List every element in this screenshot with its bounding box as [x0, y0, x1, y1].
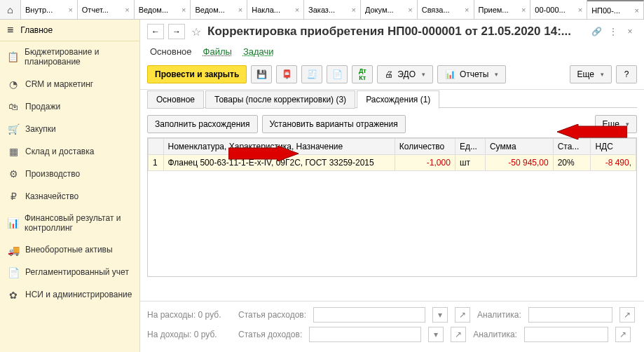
select-icon[interactable]: ▾	[432, 307, 448, 323]
close-icon[interactable]: ×	[181, 6, 186, 14]
select-icon[interactable]: ▾	[428, 327, 444, 342]
app-tab[interactable]: Внутр...×	[21, 0, 78, 19]
app-tab[interactable]: Накла...×	[247, 0, 304, 19]
app-tab[interactable]: Ведом...×	[135, 0, 191, 19]
link-icon[interactable]: 🔗	[589, 25, 603, 39]
income-label: На доходы: 0 руб.	[147, 330, 231, 339]
close-icon[interactable]: ×	[408, 6, 412, 14]
close-icon[interactable]: ×	[623, 25, 637, 39]
close-icon[interactable]: ×	[125, 6, 129, 14]
forward-button[interactable]: →	[168, 24, 185, 39]
post-button[interactable]: 📮	[276, 65, 297, 83]
article-inc-input[interactable]	[309, 327, 421, 342]
back-button[interactable]: ←	[147, 24, 164, 39]
app-tab-active[interactable]: НП00-...×	[587, 0, 644, 19]
inner-tab-goods[interactable]: Товары (после корректировки) (3)	[205, 90, 355, 109]
post-and-close-button[interactable]: Провести и закрыть	[147, 65, 247, 83]
sidebar-item-treasury[interactable]: ₽Казначейство	[0, 185, 139, 208]
table-row[interactable]: 1 Фланец 500-63-11-1-E-х-IV, 09Г2С, ГОСТ…	[149, 155, 636, 171]
truck-icon: 🚚	[7, 245, 20, 256]
app-tab[interactable]: Докум...×	[361, 0, 418, 19]
open-icon[interactable]: ↗	[615, 327, 631, 342]
sidebar-label: Регламентированный учет	[25, 267, 129, 277]
sidebar: ≡ Главное 📋Бюджетирование и планирование…	[0, 20, 140, 352]
toolbar: Провести и закрыть 💾 📮 🧾 📄 ДтКт 🖨ЭДО 📊От…	[140, 62, 644, 90]
article-exp-input[interactable]	[313, 307, 425, 323]
app-tab[interactable]: 00-000...×	[530, 0, 587, 19]
subnav-main[interactable]: Основное	[150, 46, 192, 57]
close-icon[interactable]: ×	[351, 6, 355, 14]
sidebar-item-accounting[interactable]: 📄Регламентированный учет	[0, 262, 139, 284]
sidebar-label: Закупки	[25, 124, 56, 134]
reports-button[interactable]: 📊Отчеты	[437, 65, 506, 83]
print-button[interactable]: 📄	[327, 65, 348, 83]
sidebar-label: Склад и доставка	[25, 147, 94, 156]
star-icon[interactable]: ☆	[189, 25, 203, 39]
col-vat[interactable]: НДС	[591, 139, 636, 155]
cell-rate: 20%	[553, 155, 591, 171]
help-button[interactable]: ?	[616, 65, 637, 83]
more-icon[interactable]: ⋮	[606, 25, 620, 39]
home-tab[interactable]: ⌂	[0, 0, 21, 19]
sidebar-item-sales[interactable]: 🛍Продажи	[0, 95, 139, 118]
based-on-button[interactable]: 🧾	[301, 65, 322, 83]
col-sum[interactable]: Сумма	[485, 139, 553, 155]
sidebar-item-finance[interactable]: 📊Финансовый результат и контроллинг	[0, 208, 139, 239]
sidebar-item-purchases[interactable]: 🛒Закупки	[0, 118, 139, 140]
sidebar-item-main[interactable]: ≡ Главное	[0, 20, 139, 41]
article-exp-label: Статья расходов:	[238, 310, 306, 320]
analytics-label: Аналитика:	[477, 310, 521, 320]
subnav-tasks[interactable]: Задачи	[243, 46, 274, 57]
sidebar-item-warehouse[interactable]: ▦Склад и доставка	[0, 140, 139, 163]
open-icon[interactable]: ↗	[455, 307, 470, 323]
open-icon[interactable]: ↗	[451, 327, 466, 342]
open-icon[interactable]: ↗	[619, 307, 635, 323]
edo-button[interactable]: 🖨ЭДО	[377, 65, 433, 83]
expense-label: На расходы: 0 руб.	[147, 310, 231, 320]
analytics-input[interactable]	[524, 327, 608, 342]
close-icon[interactable]: ×	[295, 6, 299, 14]
sidebar-item-crm[interactable]: ◔CRM и маркетинг	[0, 73, 139, 95]
sidebar-item-nsi[interactable]: ✿НСИ и администрирование	[0, 284, 139, 306]
col-unit[interactable]: Ед...	[455, 139, 485, 155]
analytics-input[interactable]	[528, 307, 612, 323]
footer: На расходы: 0 руб. Статья расходов: ▾ ↗ …	[140, 301, 644, 352]
app-tab[interactable]: Отчет...×	[78, 0, 135, 19]
close-icon[interactable]: ×	[521, 6, 526, 14]
app-tab[interactable]: Ведом...×	[191, 0, 247, 19]
col-rate[interactable]: Ста...	[553, 139, 591, 155]
close-icon[interactable]: ×	[465, 6, 469, 14]
sidebar-item-production[interactable]: ⚙Производство	[0, 163, 139, 185]
close-icon[interactable]: ×	[578, 6, 582, 14]
sidebar-item-budgeting[interactable]: 📋Бюджетирование и планирование	[0, 41, 139, 73]
close-icon[interactable]: ×	[68, 6, 72, 14]
dtkt-button[interactable]: ДтКт	[352, 65, 373, 83]
menu-icon: ≡	[7, 24, 13, 36]
col-qty[interactable]: Количество	[395, 139, 455, 155]
inner-tab-main[interactable]: Основное	[147, 90, 204, 109]
app-tab[interactable]: Заказ...×	[304, 0, 361, 19]
col-name[interactable]: Номенклатура, Характеристика, Назначение	[163, 139, 395, 155]
tab-label: Отчет...	[82, 6, 109, 14]
app-tab[interactable]: Прием...×	[474, 0, 531, 19]
doc-tree-icon: 🧾	[307, 69, 317, 79]
subnav: Основное Файлы Задачи	[140, 43, 644, 62]
app-tab[interactable]: Связа...×	[418, 0, 474, 19]
list-icon: 📄	[332, 69, 343, 79]
set-variants-button[interactable]: Установить варианты отражения	[262, 115, 406, 133]
content-more-button[interactable]: Еще	[595, 115, 637, 133]
inner-tab-diff[interactable]: Расхождения (1)	[357, 90, 439, 109]
tab-label: Накла...	[252, 6, 280, 14]
col-num[interactable]	[149, 139, 164, 155]
close-icon[interactable]: ×	[635, 6, 639, 15]
piechart-icon: ◔	[7, 79, 20, 90]
close-icon[interactable]: ×	[238, 6, 242, 14]
fill-diff-button[interactable]: Заполнить расхождения	[147, 115, 258, 133]
sidebar-item-assets[interactable]: 🚚Внеоборотные активы	[0, 239, 139, 262]
save-button[interactable]: 💾	[251, 65, 272, 83]
more-button[interactable]: Еще	[570, 65, 612, 83]
post-icon: 📮	[282, 69, 292, 79]
tab-label: Ведом...	[195, 6, 224, 14]
subnav-files[interactable]: Файлы	[203, 46, 232, 57]
grid-icon: ▦	[7, 146, 20, 157]
